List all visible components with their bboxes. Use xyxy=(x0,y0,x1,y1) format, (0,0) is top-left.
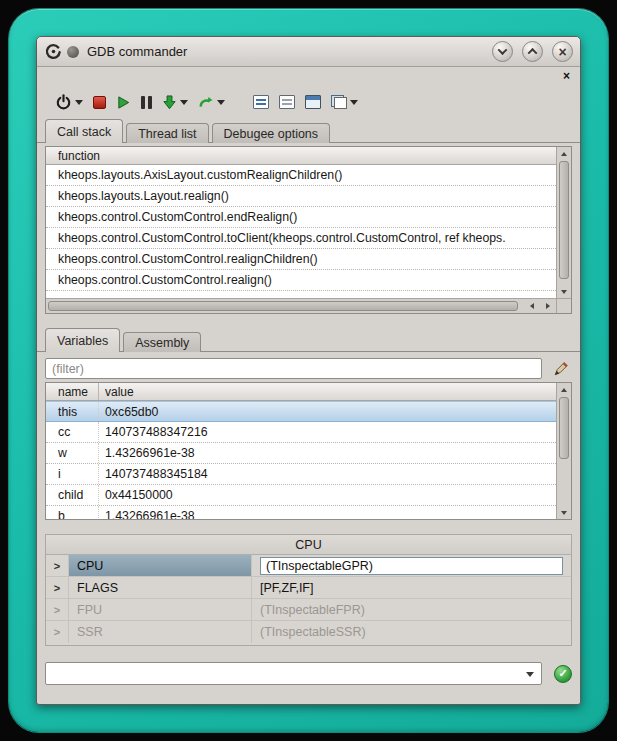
source-list-button[interactable] xyxy=(274,95,300,109)
maximize-button[interactable] xyxy=(522,41,543,62)
pause-icon xyxy=(141,96,152,109)
tab-assembly[interactable]: Assembly xyxy=(123,332,201,352)
stop-icon xyxy=(93,96,106,109)
scroll-left-button[interactable] xyxy=(524,299,540,313)
scrollbar-thumb[interactable] xyxy=(48,301,518,311)
dock-close-icon[interactable]: × xyxy=(563,70,570,82)
variables-row[interactable]: cc 140737488347216 xyxy=(46,422,556,443)
titlebar[interactable]: GDB commander × xyxy=(37,37,580,67)
callstack-horizontal-scrollbar[interactable] xyxy=(46,298,556,313)
scroll-right-button[interactable] xyxy=(540,299,556,313)
pen-icon xyxy=(553,361,569,377)
chevron-up-icon xyxy=(528,48,538,58)
tab-variables[interactable]: Variables xyxy=(45,328,120,352)
callstack-vertical-scrollbar[interactable] xyxy=(556,147,571,298)
tab-debugee-options[interactable]: Debugee options xyxy=(212,123,331,143)
variables-row[interactable]: w 1.43266961e-38 xyxy=(46,443,556,464)
cpu-row[interactable]: > CPU (TInspectableGPR) xyxy=(46,555,571,577)
variables-row[interactable]: b 1.43266961e-38 xyxy=(46,506,556,519)
app-badge-icon xyxy=(67,46,79,58)
variables-header: name value xyxy=(46,383,556,401)
name-column-header[interactable]: name xyxy=(46,383,99,400)
expand-arrow-icon[interactable]: > xyxy=(46,577,68,598)
splitter[interactable] xyxy=(37,314,580,328)
top-tabbar: Call stack Thread list Debugee options xyxy=(37,119,580,143)
messages-icon xyxy=(253,95,269,109)
windows-button[interactable] xyxy=(326,95,363,109)
variable-name: child xyxy=(46,485,99,505)
expand-arrow-icon[interactable]: > xyxy=(46,621,68,643)
close-button[interactable]: × xyxy=(552,41,573,62)
dropdown-caret-icon xyxy=(180,100,188,105)
screenshot-teal-frame: GDB commander × × xyxy=(9,9,608,732)
cpu-register-value-cell: (TInspectableGPR) xyxy=(252,555,571,576)
pause-button[interactable] xyxy=(136,96,157,109)
variable-name: b xyxy=(46,506,99,519)
callstack-row[interactable]: kheops.control.CustomControl.realign() xyxy=(46,270,556,291)
variables-vertical-scrollbar[interactable] xyxy=(556,383,571,519)
callstack-row[interactable]: kheops.control.CustomControl.endRealign(… xyxy=(46,207,556,228)
command-row: ✓ xyxy=(45,662,572,685)
cpu-row[interactable]: > FPU (TInspectableFPR) xyxy=(46,599,571,621)
tab-thread-list[interactable]: Thread list xyxy=(126,123,208,143)
scroll-up-icon xyxy=(561,388,567,392)
cpu-row[interactable]: > SSR (TInspectableSSR) xyxy=(46,621,571,643)
cpu-register-name: FLAGS xyxy=(68,577,252,598)
scrollbar-thumb[interactable] xyxy=(559,397,569,459)
windows-icon xyxy=(331,95,347,109)
tab-call-stack[interactable]: Call stack xyxy=(45,119,123,143)
call-stack-panel: function kheops.layouts.AxisLayout.custo… xyxy=(45,146,572,314)
cpu-value-field[interactable]: (TInspectableGPR) xyxy=(260,557,563,575)
variable-name: cc xyxy=(46,422,99,442)
callstack-row[interactable]: kheops.layouts.Layout.realign() xyxy=(46,186,556,207)
cpu-register-name: SSR xyxy=(68,621,252,643)
command-input[interactable] xyxy=(46,663,541,684)
terminal-button[interactable] xyxy=(300,95,326,109)
stop-button[interactable] xyxy=(88,96,111,109)
scroll-left-icon xyxy=(530,303,534,309)
callstack-row[interactable]: kheops.control.CustomControl.toClient(kh… xyxy=(46,228,556,249)
variables-row[interactable]: i 140737488345184 xyxy=(46,464,556,485)
run-button[interactable] xyxy=(111,95,136,110)
scroll-up-button[interactable] xyxy=(557,147,571,160)
scrollbar-thumb[interactable] xyxy=(559,161,569,279)
gdb-commander-window: GDB commander × × xyxy=(36,36,581,705)
expand-arrow-icon[interactable]: > xyxy=(46,555,68,576)
scroll-up-button[interactable] xyxy=(557,383,571,396)
callstack-row[interactable]: kheops.layouts.AxisLayout.customRealignC… xyxy=(46,165,556,186)
filter-row xyxy=(45,358,572,379)
power-button[interactable] xyxy=(50,94,88,111)
cpu-inspector-panel: CPU > CPU (TInspectableGPR) > FLAGS [PF,… xyxy=(45,534,572,646)
cpu-register-value: [PF,ZF,IF] xyxy=(252,577,571,598)
combobox-dropdown-icon[interactable] xyxy=(526,672,534,677)
gdb-command-combobox[interactable] xyxy=(45,662,542,685)
variable-value: 1.43266961e-38 xyxy=(99,443,556,463)
messages-button[interactable] xyxy=(248,95,274,109)
function-column-header[interactable]: function xyxy=(46,147,556,165)
step-over-button[interactable] xyxy=(193,95,230,110)
cpu-panel-header[interactable]: CPU xyxy=(46,535,571,555)
variables-row[interactable]: this 0xc65db0 xyxy=(46,401,556,422)
callstack-row[interactable]: kheops.control.CustomControl.realignChil… xyxy=(46,249,556,270)
variables-row[interactable]: child 0x44150000 xyxy=(46,485,556,506)
filter-options-button[interactable] xyxy=(550,358,572,379)
value-column-header[interactable]: value xyxy=(99,383,556,400)
play-icon xyxy=(116,95,131,110)
step-into-button[interactable] xyxy=(157,95,193,110)
filter-input[interactable] xyxy=(45,358,542,379)
scroll-right-icon xyxy=(546,303,550,309)
scrollbar-corner xyxy=(556,298,571,313)
variable-value: 1.43266961e-38 xyxy=(99,506,556,519)
close-icon: × xyxy=(558,45,566,59)
dock-header: × xyxy=(37,67,580,85)
cpu-row[interactable]: > FLAGS [PF,ZF,IF] xyxy=(46,577,571,599)
terminal-icon xyxy=(305,95,321,109)
scroll-down-button[interactable] xyxy=(557,285,571,298)
expand-arrow-icon[interactable]: > xyxy=(46,599,68,620)
scroll-down-icon xyxy=(561,290,567,294)
shade-button[interactable] xyxy=(492,41,513,62)
send-command-button[interactable]: ✓ xyxy=(554,665,572,683)
scroll-down-icon xyxy=(561,511,567,515)
dropdown-caret-icon xyxy=(350,100,358,105)
scroll-down-button[interactable] xyxy=(557,506,571,519)
